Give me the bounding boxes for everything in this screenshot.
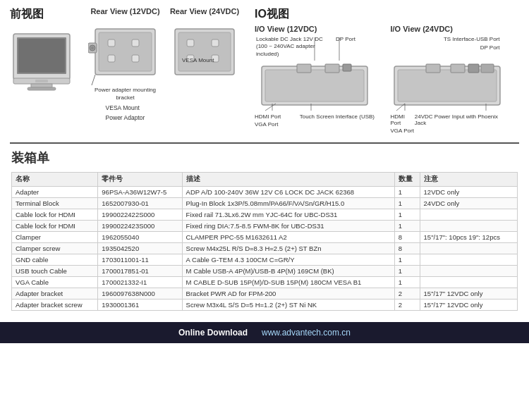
svg-rect-20: [212, 39, 219, 47]
svg-rect-6: [35, 80, 48, 82]
cell-qty: 1: [394, 254, 420, 266]
hdmi-port-label-24v: HDMI Port: [391, 113, 415, 126]
cell-partNo: 1962055040: [98, 232, 182, 243]
rear-view-12v-title: Rear View (12VDC): [90, 7, 159, 16]
cell-name: Adapter bracket: [12, 288, 98, 299]
footer-label: Online Download: [178, 328, 248, 338]
cell-qty: 1: [394, 187, 420, 198]
cell-partNo: 1700017851-01: [98, 266, 182, 277]
col-name: 名称: [12, 173, 98, 187]
cell-note: 12VDC only: [420, 187, 517, 198]
io-view-24v: I/O View (24VDC) TS Interface-USB Port D…: [391, 25, 520, 134]
power-adaptor-label: Power Adaptor: [106, 114, 145, 123]
cell-qty: 8: [394, 232, 420, 243]
svg-rect-8: [99, 32, 152, 71]
hdmi-port-label-12v: HDMI Port: [255, 113, 281, 120]
cell-note: 15"/17" 12VDC only: [420, 299, 517, 311]
table-row: GND cable1703011001-11A Cable G-TEM 4.3 …: [12, 254, 518, 266]
vesa-mount-label-24v: VESA Mount: [182, 57, 214, 63]
table-row: USB touch Cable1700017851-01M Cable USB-…: [12, 266, 518, 277]
io-view-24v-svg: [391, 63, 504, 112]
cell-note: [420, 266, 517, 277]
table-row: Adapter96PSA-A36W12W7-5ADP A/D 100-240V …: [12, 187, 518, 198]
svg-rect-29: [343, 64, 351, 71]
front-view-title: 前视图: [10, 7, 44, 22]
table-row: Adapter bracket screw1930001361Screw M3x…: [12, 299, 518, 311]
dp-port-label-24v: DP Port: [458, 44, 500, 51]
top-views-area: 前视图 Rear: [0, 0, 529, 138]
cell-partNo: 1930001361: [98, 299, 182, 311]
cell-qty: 8: [394, 243, 420, 254]
svg-rect-34: [398, 70, 497, 101]
table-row: Clamper1962055040CLAMPER PPC-55 M1632611…: [12, 232, 518, 243]
vesa-mount-label-12v: VESA Mount: [106, 104, 145, 113]
cell-qty: 1: [394, 209, 420, 221]
io-views-section: IO视图 I/O View (12VDC) Lockable DC Jack 1…: [255, 7, 519, 134]
cell-qty: 1: [394, 277, 420, 288]
rear-views-section: Rear View (12VDC): [88, 7, 250, 134]
rear-view-24v: Rear View (24VDC) VESA Mount: [169, 7, 240, 134]
vga-port-label-12v: VGA Port: [255, 121, 278, 128]
cell-name: Adapter: [12, 187, 98, 198]
cell-note: [420, 243, 517, 254]
cell-name: VGA Cable: [12, 277, 98, 288]
cell-partNo: 1935042520: [98, 243, 182, 254]
col-partno: 零件号: [98, 173, 182, 187]
cell-description: ADP A/D 100-240V 36W 12V C6 LOCK DC JACK…: [182, 187, 394, 198]
cell-qty: 2: [394, 288, 420, 299]
cell-description: Plug-In Block 1x3P/5.08mm/PA66/F/VA/Sn/G…: [182, 198, 394, 209]
rear-view-12v: Rear View (12VDC): [88, 7, 162, 134]
footer: Online Download www.advantech.com.cn: [0, 322, 529, 343]
cell-name: Clamper screw: [12, 243, 98, 254]
table-row: VGA Cable1700021332-I1M CABLE D-SUB 15P(…: [12, 277, 518, 288]
cell-note: 15"/17": 10pcs 19": 12pcs: [420, 232, 517, 243]
cell-qty: 1: [394, 221, 420, 232]
svg-rect-12: [132, 55, 139, 62]
cell-qty: 2: [394, 299, 420, 311]
footer-url: www.advantech.com.cn: [262, 328, 351, 338]
packing-title: 装箱单: [11, 149, 518, 166]
cell-partNo: 1703011001-11: [98, 254, 182, 266]
cell-note: [420, 254, 517, 266]
cell-name: GND cable: [12, 254, 98, 266]
cell-name: USB touch Cable: [12, 266, 98, 277]
rear-view-12v-svg: [88, 18, 162, 89]
io-view-12v: I/O View (12VDC) Lockable DC Jack 12V DC…: [255, 25, 384, 134]
svg-line-16: [92, 75, 95, 85]
svg-rect-37: [468, 64, 479, 73]
cell-description: M Cable USB-A 4P(M)/USB-B 4P(M) 169CM (B…: [182, 266, 394, 277]
front-view-svg: [10, 30, 73, 108]
io-view-title: IO视图: [255, 7, 519, 22]
svg-rect-28: [325, 64, 339, 73]
svg-rect-27: [297, 64, 311, 73]
vga-port-label-24v: VGA Port: [391, 128, 414, 134]
svg-rect-19: [187, 39, 194, 47]
rear-view-24v-svg: [169, 18, 240, 89]
cell-qty: 1: [394, 198, 420, 209]
table-row: Terminal Block1652007930-01Plug-In Block…: [12, 198, 518, 209]
cell-partNo: 1990022422S000: [98, 209, 182, 221]
cell-description: Bracket PWR AD for FPM-200: [182, 288, 394, 299]
svg-rect-26: [265, 70, 364, 101]
cell-qty: 1: [394, 266, 420, 277]
phoenix-jack-label: 24VDC Power Input with Phoenix Jack: [415, 113, 504, 126]
cell-name: Terminal Block: [12, 198, 98, 209]
cell-note: [420, 221, 517, 232]
table-row: Clamper screw1935042520Screw M4x25L R/S …: [12, 243, 518, 254]
ts-usb-label: TS Interface-USB Port: [437, 36, 500, 43]
cell-description: CLAMPER PPC-55 M1632611 A2: [182, 232, 394, 243]
svg-rect-18: [178, 32, 231, 71]
col-qty: 数量: [394, 173, 420, 187]
cell-name: Clamper: [12, 232, 98, 243]
dp-port-label-top-12v: DP Port: [336, 36, 375, 43]
cell-description: Fixed ring DIA:7.5-8.5 FWM-8K for UBC-DS…: [182, 221, 394, 232]
cell-name: Cable lock for HDMI: [12, 221, 98, 232]
table-row: Cable lock for HDMI1990022423S000Fixed r…: [12, 221, 518, 232]
cell-name: Adapter bracket screw: [12, 299, 98, 311]
io-view-12v-title: I/O View (12VDC): [255, 25, 317, 33]
cell-description: Screw M4x25L R/S D=8.3 H=2.5 (2+) ST BZn: [182, 243, 394, 254]
svg-rect-36: [451, 64, 465, 73]
cell-name: Cable lock for HDMI: [12, 209, 98, 221]
cell-partNo: 1700021332-I1: [98, 277, 182, 288]
cell-partNo: 1960097638N000: [98, 288, 182, 299]
